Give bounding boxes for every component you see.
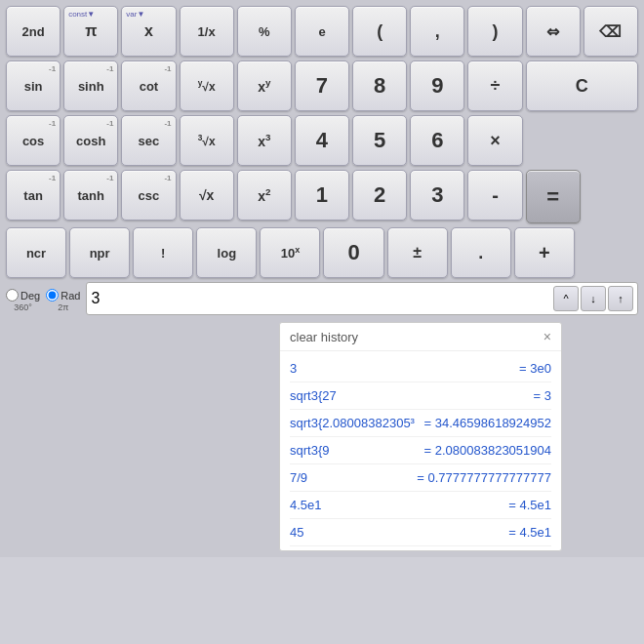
button-grid-row3: -1 cos -1 cosh -1 sec 3√x x3 4 5 6 ×	[6, 115, 638, 166]
btn-backspace[interactable]: ⌫	[584, 6, 638, 57]
history-entry-5[interactable]: 4.5e1 = 4.5e1	[290, 492, 551, 519]
btn-dot[interactable]: .	[451, 227, 511, 278]
display-arrow-up[interactable]: ↑	[608, 286, 633, 311]
btn-clear[interactable]: C	[526, 60, 638, 111]
bottom-section: Deg 360° Rad 2π ^	[6, 282, 638, 551]
btn-sin[interactable]: -1 sin	[6, 60, 60, 111]
btn-1[interactable]: 1	[295, 170, 349, 221]
btn-10x[interactable]: 10x	[260, 227, 320, 278]
btn-empty1	[526, 115, 638, 166]
btn-2[interactable]: 2	[352, 170, 407, 221]
btn-ncr[interactable]: ncr	[6, 227, 66, 278]
btn-6[interactable]: 6	[410, 115, 464, 166]
history-entry-6[interactable]: 45 = 4.5e1	[290, 519, 551, 546]
mode-display-row: Deg 360° Rad 2π ^	[6, 282, 638, 319]
btn-pi[interactable]: const▼ π	[63, 6, 118, 57]
btn-x-var[interactable]: var▼ x	[121, 6, 176, 57]
history-entry-0[interactable]: 3 = 3e0	[290, 355, 551, 382]
btn-comma[interactable]: ,	[410, 6, 464, 57]
btn-sqrt[interactable]: √x	[180, 170, 234, 221]
btn-inv-x[interactable]: 1/x	[180, 6, 234, 57]
history-row: clear history × 3 = 3e0 sqrt3{27 = 3 sqr…	[6, 322, 638, 551]
btn-swap[interactable]: ⇔	[526, 6, 581, 57]
btn-tanh[interactable]: -1 tanh	[63, 170, 118, 221]
btn-sinh[interactable]: -1 sinh	[63, 60, 118, 111]
history-header: clear history ×	[280, 323, 561, 351]
btn-sec[interactable]: -1 sec	[121, 115, 176, 166]
btn-factorial[interactable]: !	[133, 227, 193, 278]
btn-2nd[interactable]: 2nd	[6, 6, 60, 57]
btn-xsq[interactable]: x2	[237, 170, 292, 221]
btn-cbrootx[interactable]: 3√x	[180, 115, 234, 166]
history-entry-4[interactable]: 7/9 = 0.7777777777777777	[290, 464, 551, 492]
history-title: clear history	[290, 330, 358, 344]
button-grid-row1: 2nd const▼ π var▼ x 1/x % e ( , ) ⇔	[6, 6, 638, 57]
btn-0[interactable]: 0	[323, 227, 383, 278]
display-caret-up[interactable]: ^	[553, 286, 579, 311]
btn-5[interactable]: 5	[352, 115, 407, 166]
btn-9[interactable]: 9	[410, 60, 464, 111]
btn-e[interactable]: e	[295, 6, 349, 57]
display-arrow-down[interactable]: ↓	[581, 286, 606, 311]
history-entry-1[interactable]: sqrt3{27 = 3	[290, 382, 551, 410]
btn-equals[interactable]: =	[526, 170, 581, 223]
rad-radio[interactable]	[46, 289, 59, 302]
btn-div[interactable]: ÷	[467, 60, 522, 111]
history-entry-3[interactable]: sqrt3{9 = 2.080083823051904	[290, 437, 551, 464]
btn-npr[interactable]: npr	[69, 227, 130, 278]
btn-minus[interactable]: -	[467, 170, 522, 221]
btn-cot[interactable]: -1 cot	[121, 60, 176, 111]
rad-mode-label[interactable]: Rad 2π	[46, 289, 80, 312]
btn-cosh[interactable]: -1 cosh	[63, 115, 118, 166]
deg-mode-label[interactable]: Deg 360°	[6, 289, 40, 312]
btn-rparen[interactable]: )	[467, 6, 522, 57]
btn-mul[interactable]: ×	[467, 115, 522, 166]
history-body: 3 = 3e0 sqrt3{27 = 3 sqrt3{2.08008382305…	[280, 351, 561, 550]
display-area: ^ ↓ ↑	[86, 282, 638, 315]
button-grid-row5: ncr npr ! log 10x 0 ± . +	[6, 227, 638, 278]
button-grid-row2: -1 sin -1 sinh -1 cot y√x xy 7 8 9 ÷ C	[6, 60, 638, 111]
btn-4[interactable]: 4	[295, 115, 349, 166]
display-input[interactable]	[91, 290, 553, 307]
display-controls: ^ ↓ ↑	[553, 286, 633, 311]
btn-xcubed[interactable]: x3	[237, 115, 292, 166]
btn-csc[interactable]: -1 csc	[121, 170, 176, 221]
btn-percent[interactable]: %	[237, 6, 292, 57]
calculator: 2nd const▼ π var▼ x 1/x % e ( , ) ⇔	[0, 0, 644, 557]
btn-tan[interactable]: -1 tan	[6, 170, 60, 221]
history-close-btn[interactable]: ×	[543, 329, 551, 344]
btn-lparen[interactable]: (	[352, 6, 407, 57]
deg-radio[interactable]	[6, 289, 19, 302]
btn-plusminus[interactable]: ±	[387, 227, 448, 278]
btn-xy[interactable]: xy	[237, 60, 292, 111]
btn-8[interactable]: 8	[352, 60, 407, 111]
history-spacer	[6, 322, 142, 551]
btn-cos[interactable]: -1 cos	[6, 115, 60, 166]
btn-yrootx[interactable]: y√x	[180, 60, 234, 111]
btn-7[interactable]: 7	[295, 60, 349, 111]
history-panel: clear history × 3 = 3e0 sqrt3{27 = 3 sqr…	[279, 322, 562, 551]
button-grid-row4: -1 tan -1 tanh -1 csc √x x2 1 2 3 - =	[6, 170, 638, 223]
btn-plus[interactable]: +	[514, 227, 575, 278]
btn-log[interactable]: log	[196, 227, 257, 278]
history-entry-2[interactable]: sqrt3{2.08008382305³ = 34.46598618924952	[290, 410, 551, 437]
btn-3[interactable]: 3	[410, 170, 464, 221]
